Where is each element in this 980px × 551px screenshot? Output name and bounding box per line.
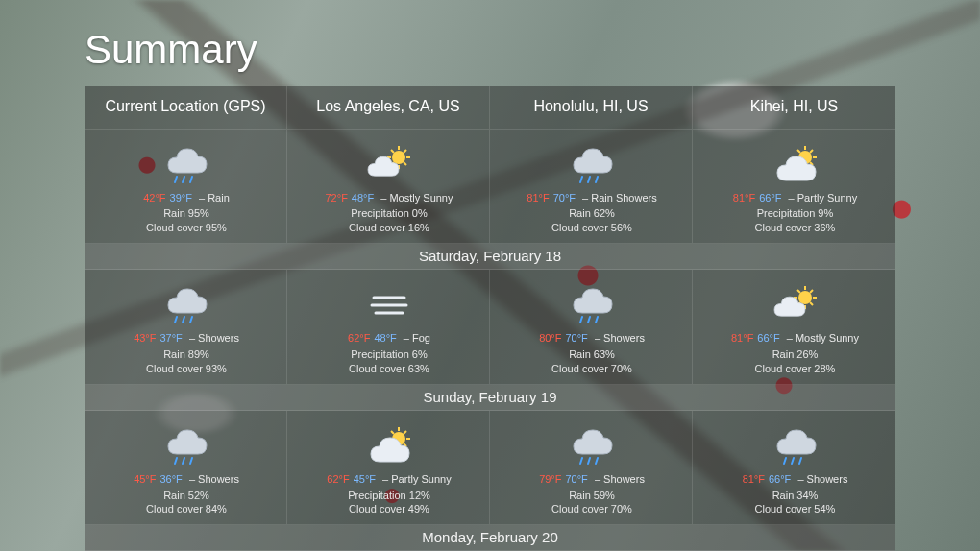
- precip-stat: Rain 63%: [500, 347, 684, 362]
- date-bar: Saturday, February 18: [85, 244, 895, 270]
- forecast-cell[interactable]: 45°F36°F – ShowersRain 52%Cloud cover 84…: [85, 411, 287, 525]
- forecast-row: 42°F39°F – RainRain 95%Cloud cover 95%72…: [85, 130, 895, 245]
- temp-line: 43°F37°F – Showers: [94, 331, 279, 346]
- precip-stat: Precipitation 12%: [297, 489, 481, 503]
- svg-line-30: [580, 317, 582, 323]
- precip-stat: Precipitation 0%: [297, 206, 481, 221]
- precip-stat: Rain 62%: [500, 206, 684, 221]
- showers-icon: [94, 422, 279, 470]
- svg-line-58: [792, 458, 794, 464]
- condition-text: – Showers: [795, 473, 847, 485]
- location-header[interactable]: Kihei, HI, US: [693, 86, 895, 129]
- temp-line: 45°F36°F – Showers: [94, 472, 279, 487]
- low-temp: 66°F: [757, 332, 779, 344]
- low-temp: 39°F: [170, 192, 192, 204]
- partly-sunny-icon: [702, 141, 888, 189]
- cloud-stat: Cloud cover 70%: [500, 362, 684, 376]
- low-temp: 70°F: [565, 332, 587, 344]
- temp-line: 80°F70°F – Showers: [500, 331, 684, 346]
- svg-line-8: [391, 150, 394, 153]
- forecast-cell[interactable]: 80°F70°F – ShowersRain 63%Cloud cover 70…: [490, 270, 693, 384]
- low-temp: 66°F: [769, 473, 791, 485]
- svg-line-32: [596, 317, 598, 323]
- precip-stat: Precipitation 9%: [702, 206, 888, 221]
- page-title: Summary: [0, 0, 980, 86]
- rain-showers-icon: [500, 141, 684, 189]
- partly-sunny-icon: [297, 422, 481, 470]
- cloud-stat: Cloud cover 95%: [94, 221, 279, 235]
- condition-text: – Mostly Sunny: [784, 332, 859, 344]
- precip-stat: Rain 59%: [500, 489, 684, 503]
- precip-stat: Rain 34%: [702, 489, 888, 503]
- svg-line-24: [175, 317, 177, 323]
- forecast-cell[interactable]: 81°F66°F – ShowersRain 34%Cloud cover 54…: [693, 411, 895, 525]
- low-temp: 37°F: [159, 332, 182, 344]
- low-temp: 45°F: [354, 473, 376, 485]
- svg-point-3: [392, 151, 405, 164]
- low-temp: 70°F: [565, 473, 587, 485]
- svg-line-20: [797, 150, 800, 153]
- svg-line-14: [596, 177, 598, 182]
- condition-text: – Rain Showers: [579, 192, 657, 204]
- location-header[interactable]: Los Angeles, CA, US: [287, 86, 490, 129]
- forecast-cell[interactable]: 72°F48°F – Mostly SunnyPrecipitation 0%C…: [287, 130, 490, 244]
- condition-text: – Partly Sunny: [380, 473, 452, 485]
- svg-line-9: [404, 162, 406, 165]
- condition-text: – Showers: [592, 332, 645, 344]
- forecast-cell[interactable]: 81°F66°F – Mostly SunnyRain 26%Cloud cov…: [693, 270, 895, 384]
- high-temp: 42°F: [143, 192, 165, 204]
- svg-line-57: [784, 458, 786, 464]
- high-temp: 81°F: [743, 473, 765, 485]
- svg-line-25: [183, 317, 184, 323]
- forecast-cell[interactable]: 79°F70°F – ShowersRain 59%Cloud cover 70…: [490, 411, 693, 525]
- forecast-cell[interactable]: 81°F70°F – Rain ShowersRain 62%Cloud cov…: [490, 130, 693, 244]
- fog-icon: [297, 281, 481, 329]
- svg-line-31: [588, 317, 590, 323]
- forecast-cell[interactable]: 62°F48°F – FogPrecipitation 6%Cloud cove…: [287, 270, 490, 384]
- high-temp: 45°F: [134, 473, 156, 485]
- low-temp: 48°F: [352, 192, 374, 204]
- forecast-cell[interactable]: 62°F45°F – Partly SunnyPrecipitation 12%…: [287, 411, 490, 525]
- location-name: Honolulu, HI, US: [498, 96, 684, 117]
- svg-line-12: [580, 177, 582, 182]
- forecast-grid: Current Location (GPS) Los Angeles, CA, …: [85, 86, 895, 551]
- showers-icon: [500, 422, 684, 470]
- low-temp: 66°F: [759, 192, 781, 204]
- high-temp: 81°F: [733, 192, 755, 204]
- forecast-cell[interactable]: 42°F39°F – RainRain 95%Cloud cover 95%: [85, 130, 287, 244]
- svg-line-56: [596, 458, 598, 464]
- temp-line: 42°F39°F – Rain: [94, 191, 279, 205]
- cloud-stat: Cloud cover 36%: [702, 221, 888, 235]
- forecast-cell[interactable]: 43°F37°F – ShowersRain 89%Cloud cover 93…: [85, 270, 287, 384]
- svg-point-33: [798, 291, 812, 304]
- forecast-row: 45°F36°F – ShowersRain 52%Cloud cover 84…: [85, 411, 895, 526]
- location-header[interactable]: Current Location (GPS): [85, 86, 287, 129]
- forecast-cell[interactable]: 81°F66°F – Partly SunnyPrecipitation 9%C…: [693, 130, 895, 244]
- location-header[interactable]: Honolulu, HI, US: [490, 86, 693, 129]
- mostly-sunny-icon: [702, 281, 888, 329]
- location-header-row: Current Location (GPS) Los Angeles, CA, …: [85, 86, 895, 130]
- svg-line-40: [810, 290, 813, 293]
- high-temp: 80°F: [539, 332, 561, 344]
- svg-line-26: [190, 317, 192, 323]
- temp-line: 72°F48°F – Mostly Sunny: [297, 191, 481, 205]
- date-bar: Monday, February 20: [85, 525, 895, 551]
- cloud-stat: Cloud cover 93%: [94, 362, 279, 376]
- rain-icon: [94, 141, 279, 189]
- svg-line-22: [810, 150, 813, 153]
- condition-text: – Rain: [196, 192, 230, 204]
- temp-line: 81°F66°F – Mostly Sunny: [702, 331, 888, 346]
- cloud-stat: Cloud cover 28%: [702, 362, 888, 376]
- cloud-stat: Cloud cover 56%: [500, 221, 684, 235]
- svg-line-55: [588, 458, 590, 464]
- showers-icon: [94, 281, 279, 329]
- svg-line-38: [797, 290, 800, 293]
- temp-line: 62°F45°F – Partly Sunny: [297, 472, 481, 487]
- svg-line-50: [391, 431, 394, 434]
- condition-text: – Partly Sunny: [786, 192, 858, 204]
- location-name: Current Location (GPS): [92, 96, 279, 117]
- high-temp: 62°F: [348, 332, 370, 344]
- cloud-stat: Cloud cover 63%: [297, 362, 481, 376]
- high-temp: 62°F: [327, 473, 349, 485]
- location-name: Los Angeles, CA, US: [295, 96, 481, 117]
